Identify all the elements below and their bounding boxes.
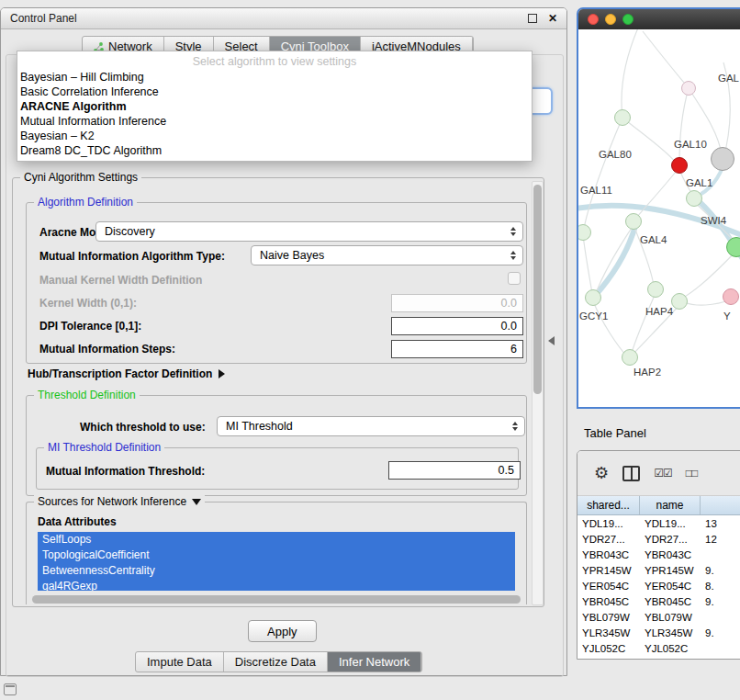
- control-panel-titlebar[interactable]: Control Panel ✕: [1, 8, 566, 29]
- combo-arrows-icon: [512, 422, 518, 431]
- network-window-titlebar[interactable]: [578, 9, 740, 29]
- aracne-mode-combo[interactable]: Discovery: [95, 221, 523, 242]
- which-threshold-label: Which threshold to use:: [80, 421, 206, 434]
- network-node-label: Y: [723, 310, 731, 322]
- sources-group-title[interactable]: Sources for Network Inference: [34, 495, 205, 508]
- data-attributes-label: Data Attributes: [38, 515, 117, 528]
- table-row[interactable]: YPR145W YPR145W 9.: [577, 562, 740, 578]
- table-cell: YBR043C: [640, 549, 701, 560]
- table-toolbar: ⚙ ☑☑ □□: [577, 451, 740, 496]
- tab-label: Impute Data: [147, 655, 212, 669]
- algorithm-option[interactable]: Mutual Information Inference: [17, 114, 532, 129]
- network-node-label: SWI4: [701, 215, 726, 226]
- close-icon[interactable]: ✕: [548, 13, 557, 24]
- dpi-tolerance-label: DPI Tolerance [0,1]:: [39, 320, 141, 333]
- mi-steps-field[interactable]: 6: [391, 340, 523, 358]
- algorithm-option-label: Bayesian – K2: [20, 130, 95, 142]
- float-panel-icon[interactable]: [528, 14, 537, 23]
- columns-icon[interactable]: [622, 466, 640, 481]
- settings-scrollbar-thumb[interactable]: [533, 185, 542, 394]
- network-node[interactable]: [723, 288, 739, 305]
- algorithm-option[interactable]: Bayesian – K2: [17, 129, 532, 143]
- table-row[interactable]: YER054C YER054C 8.: [577, 578, 740, 593]
- kernel-width-label: Kernel Width (0,1):: [39, 297, 137, 310]
- table-row[interactable]: YBL079W YBL079W: [577, 609, 740, 625]
- mi-steps-label: Mutual Information Steps:: [39, 343, 175, 356]
- network-node[interactable]: [614, 109, 631, 126]
- network-node-label: HAP2: [633, 367, 661, 378]
- mi-threshold-field[interactable]: 0.5: [388, 461, 521, 480]
- close-traffic-light[interactable]: [588, 14, 599, 25]
- table-row[interactable]: YBR043C YBR043C: [577, 547, 740, 562]
- restore-panel-icon[interactable]: [4, 683, 17, 695]
- group-title: Cyni Algorithm Settings: [20, 171, 141, 184]
- algorithm-option[interactable]: ARACNE Algorithm: [17, 99, 532, 114]
- algorithm-option[interactable]: Basic Correlation Inference: [17, 85, 532, 99]
- algorithm-option[interactable]: Bayesian – Hill Climbing: [17, 70, 532, 85]
- network-node[interactable]: [671, 293, 688, 310]
- settings-scrollbar[interactable]: [532, 181, 544, 605]
- hub-definition-toggle[interactable]: Hub/Transcription Factor Definition: [28, 367, 225, 380]
- table-row[interactable]: YJL052C YJL052C: [577, 640, 740, 656]
- mi-threshold-label: Mutual Information Threshold:: [46, 465, 205, 478]
- table-cell: YER054C: [577, 581, 640, 592]
- cyni-mode-tab[interactable]: Infer Network: [328, 652, 421, 672]
- table-cell: 9.: [701, 565, 740, 576]
- network-node[interactable]: [585, 289, 601, 306]
- algorithm-option-label: Basic Correlation Inference: [20, 85, 159, 98]
- algorithm-option-label: ARACNE Algorithm: [20, 100, 127, 113]
- dpi-tolerance-field[interactable]: 0.0: [391, 317, 523, 335]
- apply-button[interactable]: Apply: [248, 620, 317, 642]
- table-cell: YLR345W: [577, 627, 640, 638]
- table-cell: YBL079W: [640, 612, 701, 623]
- column-header-extra[interactable]: [701, 496, 740, 514]
- network-node[interactable]: [647, 281, 664, 298]
- column-header-name[interactable]: name: [640, 496, 701, 514]
- table-row[interactable]: YDL19... YDL19... 13: [577, 515, 740, 531]
- network-node[interactable]: [686, 190, 702, 207]
- network-node[interactable]: [622, 349, 638, 366]
- attribute-item[interactable]: BetweennessCentrality: [38, 563, 515, 579]
- table-cell: YER054C: [640, 581, 701, 592]
- table-row[interactable]: YBR045C YBR045C 9.: [577, 593, 740, 609]
- table-cell: 13: [701, 518, 740, 529]
- network-node[interactable]: [711, 147, 734, 171]
- cyni-mode-tab[interactable]: Impute Data: [136, 652, 224, 672]
- which-threshold-combo[interactable]: MI Threshold: [217, 416, 525, 436]
- attribute-item[interactable]: SelfLoops: [38, 532, 515, 548]
- horizontal-scrollbar-thumb[interactable]: [32, 595, 521, 604]
- network-node[interactable]: [726, 237, 740, 257]
- table-panel-title: Table Panel: [584, 426, 646, 440]
- mi-threshold-group: MI Threshold Definition Mutual Informati…: [36, 447, 519, 490]
- table-row[interactable]: YLR345W YLR345W 9.: [577, 625, 740, 640]
- dropdown-placeholder: Select algorithm to view settings: [17, 53, 532, 70]
- attribute-item[interactable]: gal4RGexp: [38, 579, 515, 591]
- network-node[interactable]: [671, 157, 688, 174]
- table-cell: YBR045C: [640, 596, 701, 607]
- gear-icon[interactable]: ⚙: [594, 465, 609, 481]
- network-node-label: GAL4: [640, 234, 667, 245]
- expand-arrow-icon: [219, 369, 225, 378]
- group-title: Algorithm Definition: [34, 196, 137, 209]
- network-canvas[interactable]: GALGAL80GAL10GAL11GAL1SWI4GAL4GCY1HAP4YH…: [578, 29, 740, 409]
- attribute-item[interactable]: TopologicalCoefficient: [38, 548, 515, 563]
- minimize-traffic-light[interactable]: [605, 14, 616, 25]
- deselect-all-columns-icon[interactable]: □□: [686, 467, 698, 480]
- network-node[interactable]: [625, 213, 642, 230]
- manual-kernel-label: Manual Kernel Width Definition: [39, 274, 202, 287]
- zoom-traffic-light[interactable]: [622, 14, 633, 25]
- mi-type-combo[interactable]: Naive Bayes: [251, 245, 523, 265]
- column-header-shared-name[interactable]: shared...: [577, 496, 640, 514]
- table-cell: YBL079W: [577, 612, 640, 623]
- table-row[interactable]: YDR27... YDR27... 12: [577, 531, 740, 547]
- combo-arrows-icon: [510, 251, 516, 260]
- cyni-mode-tab[interactable]: Discretize Data: [224, 652, 328, 672]
- panel-collapse-arrow[interactable]: [548, 336, 555, 345]
- table-cell: 12: [701, 534, 740, 545]
- table-header: shared... name: [577, 496, 740, 515]
- select-all-columns-icon[interactable]: ☑☑: [654, 467, 672, 480]
- algorithm-option[interactable]: Dream8 DC_TDC Algorithm: [17, 143, 532, 158]
- algorithm-option-label: Dream8 DC_TDC Algorithm: [20, 144, 162, 157]
- combo-value: Naive Bayes: [260, 249, 324, 262]
- network-node[interactable]: [681, 81, 696, 96]
